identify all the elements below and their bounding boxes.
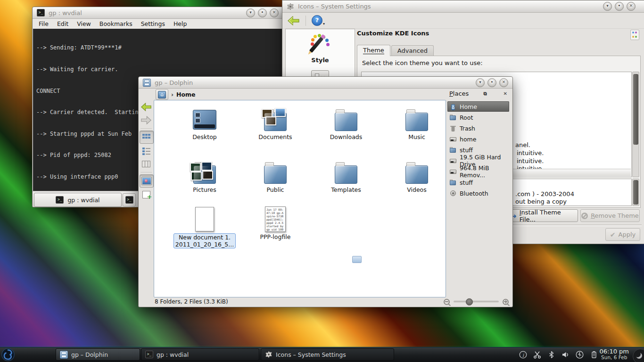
- system-settings-toolbar: ? ▾: [282, 13, 644, 29]
- task-wvdial[interactable]: >_ gp : wvdial: [141, 348, 259, 361]
- folder-item-desktop[interactable]: Desktop: [172, 106, 238, 140]
- tab-theme[interactable]: Theme: [357, 45, 390, 56]
- dolphin-titlebar[interactable]: gp – Dolphin ▾ • ✕: [139, 77, 512, 89]
- gear-icon: [287, 3, 294, 10]
- menu-view[interactable]: View: [73, 20, 95, 27]
- install-theme-button[interactable]: ➜ Install Theme File...: [511, 209, 578, 222]
- terminal-titlebar[interactable]: >_ gp : wvdial ▾ • ✕: [33, 7, 283, 19]
- list-scrollbar[interactable]: [632, 72, 639, 177]
- file-item-ppp-logfile[interactable]: Jan 17 09:47:18 gp-Aspire-5738 ppd[1946]…: [242, 205, 308, 240]
- folder-icon: [449, 114, 457, 121]
- preview-icon: [142, 177, 151, 185]
- task-system-settings[interactable]: Icons – System Settings: [261, 348, 394, 361]
- terminal-tab[interactable]: >_ gp : wvdial: [34, 193, 122, 207]
- terminal-menubar: File Edit View Bookmarks Settings Help: [33, 19, 283, 29]
- remove-theme-button[interactable]: Remove Theme: [580, 209, 640, 222]
- breadcrumb-home-button[interactable]: ⌂: [156, 89, 168, 100]
- home-icon: ⌂: [158, 91, 166, 99]
- style-icon: [310, 34, 330, 54]
- status-text: 8 Folders, 2 Files (3.3 KiB): [155, 298, 228, 305]
- float-panel-icon[interactable]: ⧉: [481, 91, 488, 97]
- close-panel-icon[interactable]: ✕: [502, 91, 509, 96]
- task-dolphin[interactable]: gp – Dolphin: [56, 348, 140, 361]
- documents-folder-icon: [264, 113, 287, 131]
- folder-item-videos[interactable]: Videos: [384, 159, 450, 193]
- close-button[interactable]: ✕: [270, 8, 279, 17]
- close-button[interactable]: ✕: [499, 78, 508, 87]
- forward-button[interactable]: [140, 114, 153, 126]
- terminal-tab-icon: >_: [56, 196, 64, 204]
- zoom-out-icon[interactable]: [444, 299, 450, 305]
- places-title: Places: [449, 90, 469, 97]
- bluetooth-icon[interactable]: [547, 351, 555, 359]
- menu-bookmarks[interactable]: Bookmarks: [95, 20, 137, 27]
- battery-icon[interactable]: [590, 351, 598, 359]
- folder-item-downloads[interactable]: Downloads: [313, 106, 379, 140]
- zoom-in-icon[interactable]: [503, 299, 509, 305]
- back-button[interactable]: [287, 16, 300, 26]
- place-home-drive[interactable]: home: [447, 134, 509, 144]
- folder-item-templates[interactable]: Templates: [313, 159, 379, 193]
- minimize-button[interactable]: ▾: [246, 8, 255, 17]
- split-view-button[interactable]: [140, 189, 153, 201]
- place-trash[interactable]: Trash: [447, 123, 509, 133]
- scrollbar-thumb[interactable]: [633, 180, 638, 205]
- columns-view-button[interactable]: [140, 158, 153, 170]
- place-root[interactable]: Root: [447, 112, 509, 123]
- app-launcher-icon[interactable]: [1, 348, 15, 362]
- terminal-line: --> Waiting for carrier.: [36, 66, 282, 73]
- place-stuff-2[interactable]: stuff: [447, 177, 509, 188]
- zoom-slider-knob[interactable]: [466, 298, 473, 305]
- preview-button[interactable]: [140, 174, 154, 188]
- taskbar: gp – Dolphin >_ gp : wvdial Icons – Syst…: [0, 347, 644, 362]
- menu-help[interactable]: Help: [169, 20, 191, 27]
- menu-file[interactable]: File: [34, 20, 53, 27]
- new-tab-button[interactable]: >_: [123, 193, 136, 206]
- close-button[interactable]: ✕: [627, 2, 636, 11]
- folder-item-music[interactable]: Music: [384, 106, 450, 140]
- toolbar-separator: [140, 128, 152, 129]
- chevron-down-icon: ▾: [323, 22, 325, 26]
- svg-text:i: i: [522, 353, 524, 358]
- breadcrumb-home[interactable]: Home: [176, 91, 196, 98]
- help-button[interactable]: ? ▾: [312, 15, 325, 26]
- minimize-button[interactable]: ▾: [476, 78, 485, 87]
- maximize-button[interactable]: •: [487, 78, 496, 87]
- dolphin-app-icon: [143, 79, 151, 87]
- folder-icon: [264, 165, 287, 184]
- list-text-fragment: intuitive.: [517, 157, 544, 165]
- details-view-button[interactable]: [140, 145, 153, 157]
- description-fragment: .com ) - 2003-2004: [515, 190, 574, 197]
- columns-view-icon: [142, 161, 150, 167]
- bluetooth-icon: [449, 190, 457, 197]
- place-removable[interactable]: 964.8 MiB Remov...: [447, 166, 509, 177]
- menu-settings[interactable]: Settings: [137, 20, 169, 27]
- zoom-slider[interactable]: [454, 301, 499, 303]
- overview-grid-icon[interactable]: [630, 30, 639, 40]
- folder-item-documents[interactable]: Documents: [242, 106, 308, 140]
- volume-icon[interactable]: [561, 351, 570, 359]
- file-item-new-document[interactable]: New document 1.2011_01_20_16_5...: [172, 205, 238, 248]
- icons-view-button[interactable]: [140, 131, 154, 144]
- home-icon: ⌂: [449, 103, 457, 110]
- clock[interactable]: 06:10 pm Sun, 6 Feb: [599, 348, 629, 361]
- tab-advanced[interactable]: Advanced: [391, 45, 434, 56]
- usb-device-notifier-icon[interactable]: [576, 351, 584, 359]
- place-bluetooth[interactable]: Bluetooth: [447, 188, 509, 198]
- system-settings-titlebar[interactable]: Icons – System Settings ▾ • ✕: [282, 0, 644, 13]
- folder-view[interactable]: Desktop Documents Downloads Music: [154, 100, 446, 297]
- klipper-scissors-icon[interactable]: [533, 351, 541, 359]
- maximize-button[interactable]: •: [615, 2, 624, 11]
- maximize-button[interactable]: •: [258, 8, 267, 17]
- apply-button[interactable]: ✔ Apply: [605, 228, 640, 241]
- folder-item-public[interactable]: Public: [242, 159, 308, 193]
- minimize-button[interactable]: ▾: [603, 2, 612, 11]
- folder-item-pictures[interactable]: Pictures: [172, 159, 238, 193]
- description-scrollbar[interactable]: [632, 179, 639, 206]
- place-home[interactable]: ⌂ Home: [447, 101, 509, 112]
- info-icon[interactable]: i: [519, 351, 527, 359]
- menu-edit[interactable]: Edit: [53, 20, 73, 27]
- back-button[interactable]: [140, 101, 153, 113]
- scrollbar-thumb[interactable]: [633, 74, 638, 145]
- panel-toolbox-icon[interactable]: [633, 349, 644, 362]
